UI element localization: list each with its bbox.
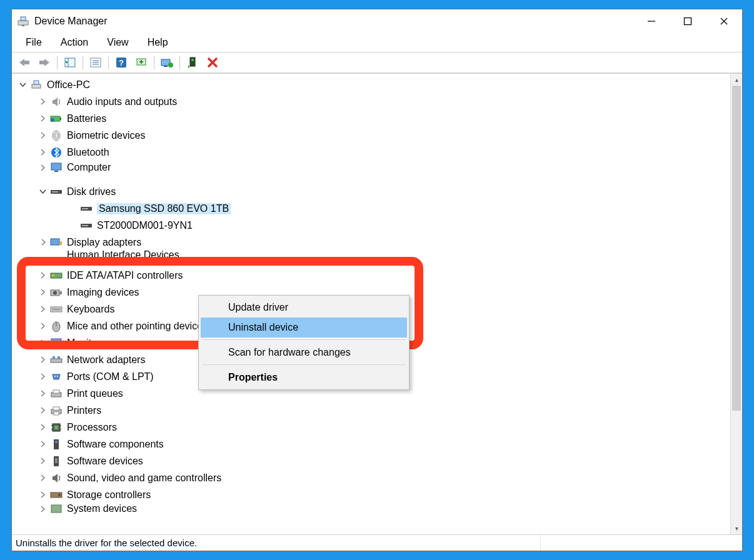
svg-rect-63 bbox=[53, 390, 59, 393]
svg-point-30 bbox=[51, 118, 54, 122]
tree-node-batteries[interactable]: Batteries bbox=[12, 110, 730, 127]
chevron-right-icon[interactable] bbox=[37, 162, 48, 173]
chevron-right-icon[interactable] bbox=[37, 287, 48, 298]
close-button[interactable] bbox=[706, 9, 742, 33]
chevron-right-icon[interactable] bbox=[37, 251, 48, 259]
chevron-right-icon[interactable] bbox=[37, 503, 48, 514]
svg-text:?: ? bbox=[119, 58, 124, 68]
tree-node-sw-devices[interactable]: Software devices bbox=[12, 452, 730, 469]
menu-action[interactable]: Action bbox=[53, 35, 96, 50]
svg-rect-20 bbox=[164, 66, 168, 67]
chevron-right-icon[interactable] bbox=[37, 405, 48, 416]
tree-node-sound[interactable]: Sound, video and game controllers bbox=[12, 469, 730, 486]
tree-node-label: Audio inputs and outputs bbox=[67, 96, 177, 108]
tree-node-ide[interactable]: IDE ATA/ATAPI controllers bbox=[12, 267, 730, 284]
chevron-right-icon[interactable] bbox=[37, 147, 48, 158]
enable-device-button[interactable] bbox=[184, 54, 201, 71]
chevron-right-icon[interactable] bbox=[37, 354, 48, 366]
menu-view[interactable]: View bbox=[99, 35, 136, 50]
storage-icon bbox=[49, 488, 63, 502]
cm-separator bbox=[202, 339, 406, 341]
svg-rect-44 bbox=[59, 241, 62, 245]
properties-button[interactable] bbox=[87, 54, 104, 71]
svg-point-74 bbox=[55, 441, 58, 443]
tree-node-label: Storage controllers bbox=[67, 489, 151, 501]
svg-point-78 bbox=[58, 494, 61, 496]
disk-icon bbox=[49, 185, 63, 199]
tree-node-label: Computer bbox=[67, 162, 111, 173]
tree-node-audio[interactable]: Audio inputs and outputs bbox=[12, 93, 730, 110]
scan-hardware-button[interactable] bbox=[133, 54, 150, 71]
chevron-right-icon[interactable] bbox=[37, 270, 48, 281]
update-driver-button[interactable] bbox=[158, 54, 176, 71]
chevron-right-icon[interactable] bbox=[37, 113, 48, 124]
tree-leaf-st2000[interactable]: ST2000DM001-9YN1 bbox=[12, 217, 730, 234]
disable-device-button[interactable] bbox=[204, 54, 221, 71]
scroll-down-button[interactable]: ▾ bbox=[731, 522, 742, 534]
tree-leaf-samsung-ssd[interactable]: Samsung SSD 860 EVO 1TB bbox=[12, 200, 730, 217]
chevron-right-icon[interactable] bbox=[37, 304, 48, 315]
menubar: File Action View Help bbox=[12, 33, 742, 52]
chevron-right-icon[interactable] bbox=[37, 130, 48, 141]
menu-file[interactable]: File bbox=[18, 35, 49, 50]
chevron-right-icon[interactable] bbox=[37, 321, 48, 332]
chevron-right-icon[interactable] bbox=[37, 96, 48, 108]
chevron-down-icon[interactable] bbox=[37, 186, 48, 198]
chevron-right-icon[interactable] bbox=[37, 338, 48, 349]
cm-uninstall-device[interactable]: Uninstall device bbox=[201, 318, 407, 338]
cpu-icon bbox=[49, 421, 63, 434]
svg-point-48 bbox=[53, 291, 57, 294]
maximize-button[interactable] bbox=[670, 9, 706, 33]
bluetooth-icon bbox=[49, 146, 63, 159]
tree-node-processors[interactable]: Processors bbox=[12, 419, 730, 436]
tree-node-system[interactable]: System devices bbox=[12, 503, 730, 514]
chevron-right-icon[interactable] bbox=[37, 489, 48, 501]
svg-rect-0 bbox=[18, 21, 28, 25]
tree-node-bluetooth[interactable]: Bluetooth bbox=[12, 144, 730, 161]
show-hidden-button[interactable] bbox=[61, 54, 79, 71]
mouse-icon bbox=[49, 319, 63, 333]
tree-node-hid[interactable]: Human Interface Devices bbox=[12, 251, 730, 259]
menu-help[interactable]: Help bbox=[140, 35, 176, 50]
display-adapter-icon bbox=[49, 236, 63, 249]
svg-rect-26 bbox=[32, 84, 41, 88]
tree-node-computer[interactable]: Computer bbox=[12, 161, 730, 174]
chevron-right-icon[interactable] bbox=[37, 456, 48, 467]
chevron-right-icon[interactable] bbox=[37, 371, 48, 382]
chevron-right-icon[interactable] bbox=[37, 422, 48, 433]
keyboard-icon bbox=[49, 302, 63, 316]
svg-rect-11 bbox=[66, 61, 68, 63]
back-button[interactable] bbox=[16, 54, 33, 71]
tree-node-storage[interactable]: Storage controllers bbox=[12, 486, 730, 503]
tree-node-sw-components[interactable]: Software components bbox=[12, 436, 730, 452]
chevron-right-icon[interactable] bbox=[37, 439, 48, 450]
forward-button[interactable] bbox=[36, 54, 53, 71]
chevron-right-icon[interactable] bbox=[37, 472, 48, 484]
tree-node-printers[interactable]: Printers bbox=[12, 402, 730, 419]
chevron-right-icon[interactable] bbox=[37, 237, 48, 248]
chevron-right-icon[interactable] bbox=[37, 388, 48, 399]
tree-leaf-label: Samsung SSD 860 EVO 1TB bbox=[97, 203, 231, 214]
tree-root-label: Office-PC bbox=[47, 79, 90, 91]
vertical-scrollbar[interactable]: ▴ ▾ bbox=[730, 74, 742, 534]
cm-properties[interactable]: Properties bbox=[201, 368, 407, 388]
tree-node-disk-drives[interactable]: Disk drives bbox=[12, 183, 730, 200]
svg-rect-1 bbox=[21, 17, 26, 21]
scroll-thumb[interactable] bbox=[732, 86, 741, 411]
cm-scan-hardware[interactable]: Scan for hardware changes bbox=[201, 342, 407, 362]
fingerprint-icon bbox=[49, 129, 63, 142]
scroll-up-button[interactable]: ▴ bbox=[731, 74, 742, 86]
svg-rect-29 bbox=[60, 118, 61, 120]
help-button[interactable]: ? bbox=[113, 54, 130, 71]
tree-root[interactable]: Office-PC bbox=[12, 76, 730, 93]
minimize-button[interactable] bbox=[633, 9, 670, 33]
cm-update-driver[interactable]: Update driver bbox=[201, 298, 407, 318]
printqueue-icon bbox=[49, 387, 63, 401]
tree-node-display-adapters[interactable]: Display adapters bbox=[12, 234, 730, 251]
chevron-down-icon[interactable] bbox=[17, 79, 28, 91]
app-icon bbox=[17, 15, 29, 28]
tree-node-biometric[interactable]: Biometric devices bbox=[12, 127, 730, 144]
tree-node-label: Display adapters bbox=[67, 237, 141, 248]
tree-node-label: Sound, video and game controllers bbox=[67, 472, 221, 484]
svg-rect-58 bbox=[53, 356, 55, 359]
